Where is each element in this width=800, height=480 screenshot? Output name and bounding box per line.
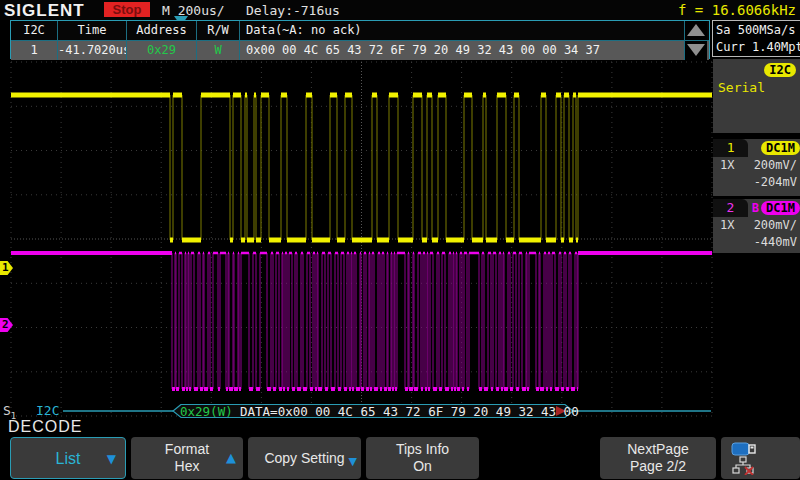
frequency-counter: f = 16.6066kHz xyxy=(678,2,796,18)
oscilloscope-screen: SIGLENT Stop M 200us/ Delay:-716us f = 1… xyxy=(0,0,800,480)
run-state-badge[interactable]: Stop xyxy=(104,2,150,17)
siglent-logo: SIGLENT xyxy=(4,1,85,21)
cell-scroll-spacer xyxy=(685,41,707,60)
serial-bus-panel[interactable]: I2C Serial xyxy=(713,59,800,133)
ch2-trace-edges xyxy=(172,253,578,389)
cell-rw: W xyxy=(197,41,240,60)
scroll-down-icon[interactable] xyxy=(687,44,705,56)
bus-address-text: 0x29(W) xyxy=(180,404,233,419)
channel2-number[interactable]: 2 xyxy=(713,199,748,217)
next-page-button[interactable]: NextPage Page 2/2 xyxy=(600,437,716,479)
channel1-info-panel[interactable]: 1 DC1M 1X 200mV/ -204mV xyxy=(713,139,800,196)
format-button-label: Format xyxy=(165,441,209,458)
format-button[interactable]: Format Hex ▲ xyxy=(131,437,243,479)
tips-info-label: Tips Info xyxy=(396,441,449,458)
serial-label: Serial xyxy=(718,80,765,95)
header-bus: I2C xyxy=(11,21,58,40)
channel2-scale: 200mV/ xyxy=(754,217,797,234)
lan-disconnected-icon xyxy=(731,456,757,475)
channel1-attenuation: 1X xyxy=(720,157,734,174)
usb-icon xyxy=(731,442,757,456)
copy-setting-label: Copy Setting xyxy=(264,450,344,467)
channel1-header: 1 DC1M xyxy=(713,139,800,157)
table-row[interactable]: 1 -41.7020us 0x29 W 0x00 00 4C 65 43 72 … xyxy=(11,41,709,60)
channel2-info-panel[interactable]: 2 B DC1M 1X 200mV/ -440mV xyxy=(713,199,800,253)
decode-bus-strip: 0x29(W) DATA=0x00 00 4C 65 43 72 6F 79 2… xyxy=(0,402,714,420)
decode-table-header: I2C Time Address R/W Data(~A: no ack) xyxy=(11,21,709,41)
trigger-delay-readout[interactable]: Delay:-716us xyxy=(246,3,340,18)
channel1-scale-row: 1X 200mV/ xyxy=(713,157,800,174)
channel2-attenuation: 1X xyxy=(720,217,734,234)
channel2-bandwidth-badge: B xyxy=(752,201,759,215)
acquisition-info-box: Sa 500MSa/s Curr 1.40Mpts xyxy=(712,20,800,57)
channel1-offset: -204mV xyxy=(713,174,800,191)
header-rw: R/W xyxy=(197,21,240,40)
next-page-label: NextPage xyxy=(627,441,688,458)
list-button[interactable]: List ▼ xyxy=(10,437,126,479)
channel2-header: 2 B DC1M xyxy=(713,199,800,217)
timebase-readout[interactable]: M 200us/ xyxy=(162,3,225,18)
header-address: Address xyxy=(127,21,197,40)
bus-data-text: DATA=0x00 00 4C 65 43 72 6F 79 20 49 32 … xyxy=(240,404,579,419)
up-arrow-icon: ▲ xyxy=(226,449,236,466)
format-button-value: Hex xyxy=(175,458,200,475)
serial-bus-badge[interactable]: I2C xyxy=(764,63,796,77)
channel2-coupling-badge: DC1M xyxy=(761,201,800,215)
scroll-up-icon[interactable] xyxy=(687,24,705,36)
channel1-scale: 200mV/ xyxy=(754,157,797,174)
tips-info-value: On xyxy=(413,458,432,475)
status-icon-box xyxy=(721,437,800,479)
tips-info-button[interactable]: Tips Info On xyxy=(366,437,479,479)
next-page-value: Page 2/2 xyxy=(630,458,686,475)
waveform-display xyxy=(0,60,714,418)
channel1-coupling-badge: DC1M xyxy=(761,141,800,155)
sample-rate: Sa 500MSa/s xyxy=(716,22,800,39)
copy-setting-button[interactable]: Copy Setting ▼ xyxy=(248,437,361,479)
ch1-trace-edges xyxy=(170,95,578,240)
page-title: DECODE xyxy=(8,418,82,436)
channel2-offset: -440mV xyxy=(713,234,800,251)
list-button-label: List xyxy=(56,450,81,467)
channel2-scale-row: 1X 200mV/ xyxy=(713,217,800,234)
top-status-bar: SIGLENT Stop M 200us/ Delay:-716us f = 1… xyxy=(0,0,800,20)
down-arrow-icon: ▼ xyxy=(349,453,357,470)
header-data: Data(~A: no ack) xyxy=(240,21,685,40)
header-time: Time xyxy=(58,21,127,40)
cell-data: 0x00 00 4C 65 43 72 6F 79 20 49 32 43 00… xyxy=(240,41,685,60)
decode-list-table: I2C Time Address R/W Data(~A: no ack) 1 … xyxy=(10,20,710,59)
memory-depth: Curr 1.40Mpts xyxy=(716,39,800,56)
cell-address: 0x29 xyxy=(127,41,197,60)
cell-time: -41.7020us xyxy=(58,41,127,60)
header-scroll-spacer xyxy=(685,21,707,40)
dropdown-arrow-icon: ▼ xyxy=(107,451,116,468)
channel1-number[interactable]: 1 xyxy=(713,139,748,157)
cell-index: 1 xyxy=(11,41,58,60)
